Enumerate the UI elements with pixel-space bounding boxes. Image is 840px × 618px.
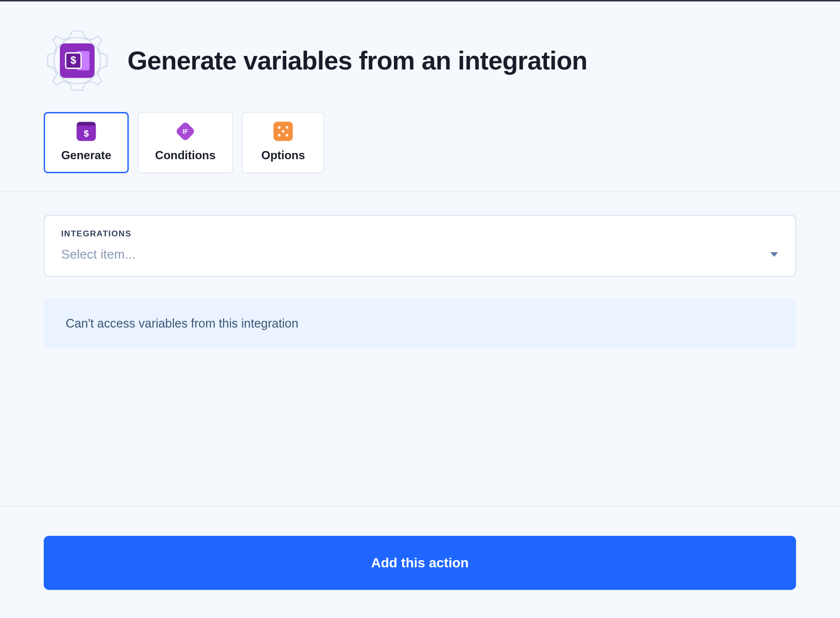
add-this-action-button[interactable]: Add this action <box>44 536 796 590</box>
select-placeholder: Select item... <box>61 247 136 262</box>
integration-badge-icon: $ <box>60 43 95 78</box>
tab-label: Conditions <box>155 149 215 162</box>
tab-label: Options <box>261 149 305 162</box>
title-row: $ Generate variables from an integration <box>44 27 796 94</box>
conditions-icon: IF <box>176 122 195 141</box>
content-section: INTEGRATIONS Select item... Can't access… <box>0 192 840 506</box>
header-section: $ Generate variables from an integration… <box>0 1 840 191</box>
generate-icon <box>77 122 96 141</box>
tab-conditions[interactable]: IF Conditions <box>138 112 233 173</box>
tab-options[interactable]: Options <box>242 112 324 173</box>
options-icon <box>274 122 293 141</box>
tab-generate[interactable]: Generate <box>44 112 129 173</box>
action-gear-icon: $ <box>44 27 111 94</box>
tab-label: Generate <box>61 149 112 162</box>
tabs-row: Generate IF Conditions Options <box>44 112 796 173</box>
page-title: Generate variables from an integration <box>127 46 588 75</box>
info-message: Can't access variables from this integra… <box>66 316 298 330</box>
info-banner: Can't access variables from this integra… <box>44 299 796 349</box>
select-row: Select item... <box>61 247 779 262</box>
chevron-down-icon <box>770 249 779 261</box>
integrations-select[interactable]: INTEGRATIONS Select item... <box>44 215 796 277</box>
integrations-label: INTEGRATIONS <box>61 229 779 238</box>
svg-text:IF: IF <box>182 128 188 135</box>
footer-section: Add this action <box>0 506 840 618</box>
